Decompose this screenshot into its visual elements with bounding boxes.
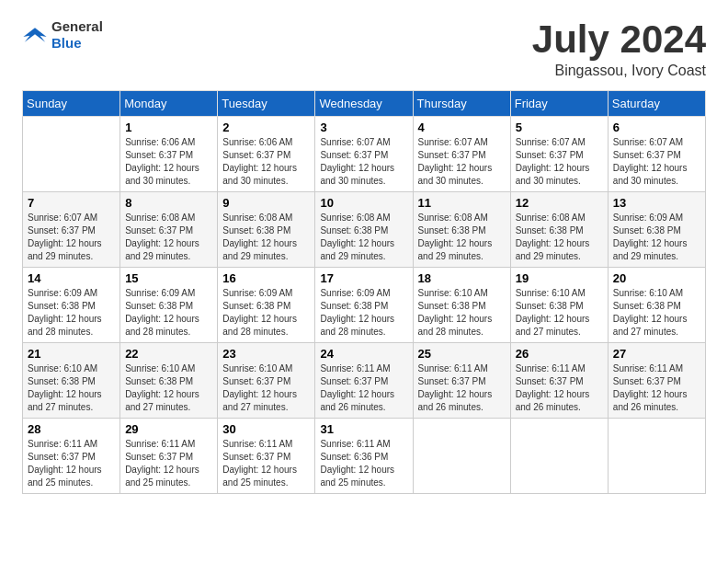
column-header-thursday: Thursday: [413, 91, 510, 117]
calendar-body: 1Sunrise: 6:06 AMSunset: 6:37 PMDaylight…: [23, 117, 706, 494]
calendar-cell: 16Sunrise: 6:09 AMSunset: 6:38 PMDayligh…: [218, 268, 315, 343]
day-detail: Sunrise: 6:10 AMSunset: 6:38 PMDaylight:…: [28, 362, 115, 414]
calendar-week-row: 28Sunrise: 6:11 AMSunset: 6:37 PMDayligh…: [23, 419, 706, 494]
day-detail: Sunrise: 6:11 AMSunset: 6:37 PMDaylight:…: [28, 438, 115, 489]
column-header-monday: Monday: [120, 91, 218, 117]
location-title: Bingassou, Ivory Coast: [532, 63, 706, 79]
day-number: 26: [516, 347, 603, 361]
calendar-cell: 17Sunrise: 6:09 AMSunset: 6:38 PMDayligh…: [315, 268, 413, 343]
day-number: 9: [222, 196, 310, 210]
calendar-cell: 20Sunrise: 6:10 AMSunset: 6:38 PMDayligh…: [608, 268, 705, 343]
calendar-cell: 14Sunrise: 6:09 AMSunset: 6:38 PMDayligh…: [23, 268, 120, 343]
day-number: 31: [320, 422, 407, 436]
calendar-cell: 21Sunrise: 6:10 AMSunset: 6:38 PMDayligh…: [23, 343, 120, 419]
calendar-cell: 29Sunrise: 6:11 AMSunset: 6:37 PMDayligh…: [120, 419, 218, 494]
day-detail: Sunrise: 6:10 AMSunset: 6:38 PMDaylight:…: [613, 287, 700, 339]
logo-blue: Blue: [51, 35, 82, 51]
page-header: General Blue July 2024 Bingassou, Ivory …: [22, 18, 706, 79]
day-detail: Sunrise: 6:08 AMSunset: 6:38 PMDaylight:…: [516, 212, 603, 263]
day-number: 11: [418, 196, 506, 210]
calendar-cell: 6Sunrise: 6:07 AMSunset: 6:37 PMDaylight…: [608, 117, 705, 192]
calendar-cell: [510, 419, 608, 494]
calendar-cell: 24Sunrise: 6:11 AMSunset: 6:37 PMDayligh…: [315, 343, 413, 419]
day-number: 6: [613, 121, 700, 134]
day-number: 12: [516, 196, 603, 210]
day-detail: Sunrise: 6:09 AMSunset: 6:38 PMDaylight:…: [320, 287, 407, 339]
column-header-saturday: Saturday: [608, 91, 705, 117]
day-detail: Sunrise: 6:07 AMSunset: 6:37 PMDaylight:…: [320, 136, 407, 188]
calendar-cell: 28Sunrise: 6:11 AMSunset: 6:37 PMDayligh…: [23, 419, 120, 494]
day-number: 14: [28, 271, 115, 285]
day-detail: Sunrise: 6:11 AMSunset: 6:37 PMDaylight:…: [418, 362, 506, 414]
column-header-tuesday: Tuesday: [218, 91, 315, 117]
day-detail: Sunrise: 6:11 AMSunset: 6:36 PMDaylight:…: [320, 438, 407, 489]
calendar-week-row: 21Sunrise: 6:10 AMSunset: 6:38 PMDayligh…: [23, 343, 706, 419]
calendar-cell: [413, 419, 510, 494]
day-detail: Sunrise: 6:09 AMSunset: 6:38 PMDaylight:…: [613, 212, 700, 263]
calendar-cell: 25Sunrise: 6:11 AMSunset: 6:37 PMDayligh…: [413, 343, 510, 419]
day-number: 29: [125, 422, 212, 436]
day-detail: Sunrise: 6:07 AMSunset: 6:37 PMDaylight:…: [613, 136, 700, 188]
day-detail: Sunrise: 6:11 AMSunset: 6:37 PMDaylight:…: [320, 362, 407, 414]
logo-icon: [22, 25, 48, 45]
calendar-cell: [608, 419, 705, 494]
calendar-cell: 9Sunrise: 6:08 AMSunset: 6:38 PMDaylight…: [218, 192, 315, 268]
day-detail: Sunrise: 6:11 AMSunset: 6:37 PMDaylight:…: [516, 362, 603, 414]
calendar-cell: 3Sunrise: 6:07 AMSunset: 6:37 PMDaylight…: [315, 117, 413, 192]
calendar-cell: 18Sunrise: 6:10 AMSunset: 6:38 PMDayligh…: [413, 268, 510, 343]
title-block: July 2024 Bingassou, Ivory Coast: [532, 18, 706, 79]
day-detail: Sunrise: 6:08 AMSunset: 6:38 PMDaylight:…: [320, 212, 407, 263]
day-number: 28: [28, 422, 115, 436]
calendar-table: SundayMondayTuesdayWednesdayThursdayFrid…: [22, 90, 706, 494]
logo: General Blue: [22, 18, 103, 52]
day-detail: Sunrise: 6:10 AMSunset: 6:38 PMDaylight:…: [418, 287, 506, 339]
day-number: 3: [320, 121, 407, 134]
calendar-cell: 26Sunrise: 6:11 AMSunset: 6:37 PMDayligh…: [510, 343, 608, 419]
day-detail: Sunrise: 6:09 AMSunset: 6:38 PMDaylight:…: [222, 287, 310, 339]
day-number: 1: [125, 121, 212, 134]
calendar-cell: 8Sunrise: 6:08 AMSunset: 6:37 PMDaylight…: [120, 192, 218, 268]
calendar-cell: 2Sunrise: 6:06 AMSunset: 6:37 PMDaylight…: [218, 117, 315, 192]
day-detail: Sunrise: 6:11 AMSunset: 6:37 PMDaylight:…: [613, 362, 700, 414]
day-number: 7: [28, 196, 115, 210]
day-number: 15: [125, 271, 212, 285]
day-number: 4: [418, 121, 506, 134]
calendar-cell: 11Sunrise: 6:08 AMSunset: 6:38 PMDayligh…: [413, 192, 510, 268]
day-detail: Sunrise: 6:08 AMSunset: 6:38 PMDaylight:…: [418, 212, 506, 263]
day-number: 10: [320, 196, 407, 210]
calendar-cell: 31Sunrise: 6:11 AMSunset: 6:36 PMDayligh…: [315, 419, 413, 494]
day-detail: Sunrise: 6:09 AMSunset: 6:38 PMDaylight:…: [125, 287, 212, 339]
column-header-friday: Friday: [510, 91, 608, 117]
column-header-wednesday: Wednesday: [315, 91, 413, 117]
day-detail: Sunrise: 6:07 AMSunset: 6:37 PMDaylight:…: [28, 212, 115, 263]
day-detail: Sunrise: 6:11 AMSunset: 6:37 PMDaylight:…: [125, 438, 212, 489]
day-number: 21: [28, 347, 115, 361]
calendar-cell: 15Sunrise: 6:09 AMSunset: 6:38 PMDayligh…: [120, 268, 218, 343]
calendar-cell: 4Sunrise: 6:07 AMSunset: 6:37 PMDaylight…: [413, 117, 510, 192]
day-detail: Sunrise: 6:07 AMSunset: 6:37 PMDaylight:…: [418, 136, 506, 188]
column-header-sunday: Sunday: [23, 91, 120, 117]
day-number: 25: [418, 347, 506, 361]
calendar-cell: 1Sunrise: 6:06 AMSunset: 6:37 PMDaylight…: [120, 117, 218, 192]
calendar-cell: 10Sunrise: 6:08 AMSunset: 6:38 PMDayligh…: [315, 192, 413, 268]
calendar-cell: 12Sunrise: 6:08 AMSunset: 6:38 PMDayligh…: [510, 192, 608, 268]
day-detail: Sunrise: 6:10 AMSunset: 6:37 PMDaylight:…: [222, 362, 310, 414]
svg-marker-0: [23, 28, 46, 41]
day-number: 5: [516, 121, 603, 134]
month-title: July 2024: [532, 18, 706, 61]
calendar-cell: 19Sunrise: 6:10 AMSunset: 6:38 PMDayligh…: [510, 268, 608, 343]
day-number: 8: [125, 196, 212, 210]
calendar-week-row: 7Sunrise: 6:07 AMSunset: 6:37 PMDaylight…: [23, 192, 706, 268]
calendar-cell: [23, 117, 120, 192]
day-detail: Sunrise: 6:10 AMSunset: 6:38 PMDaylight:…: [516, 287, 603, 339]
day-number: 18: [418, 271, 506, 285]
day-detail: Sunrise: 6:07 AMSunset: 6:37 PMDaylight:…: [516, 136, 603, 188]
calendar-week-row: 1Sunrise: 6:06 AMSunset: 6:37 PMDaylight…: [23, 117, 706, 192]
day-detail: Sunrise: 6:10 AMSunset: 6:38 PMDaylight:…: [125, 362, 212, 414]
day-number: 20: [613, 271, 700, 285]
calendar-week-row: 14Sunrise: 6:09 AMSunset: 6:38 PMDayligh…: [23, 268, 706, 343]
day-detail: Sunrise: 6:09 AMSunset: 6:38 PMDaylight:…: [28, 287, 115, 339]
day-detail: Sunrise: 6:08 AMSunset: 6:37 PMDaylight:…: [125, 212, 212, 263]
day-detail: Sunrise: 6:11 AMSunset: 6:37 PMDaylight:…: [222, 438, 310, 489]
day-number: 23: [222, 347, 310, 361]
